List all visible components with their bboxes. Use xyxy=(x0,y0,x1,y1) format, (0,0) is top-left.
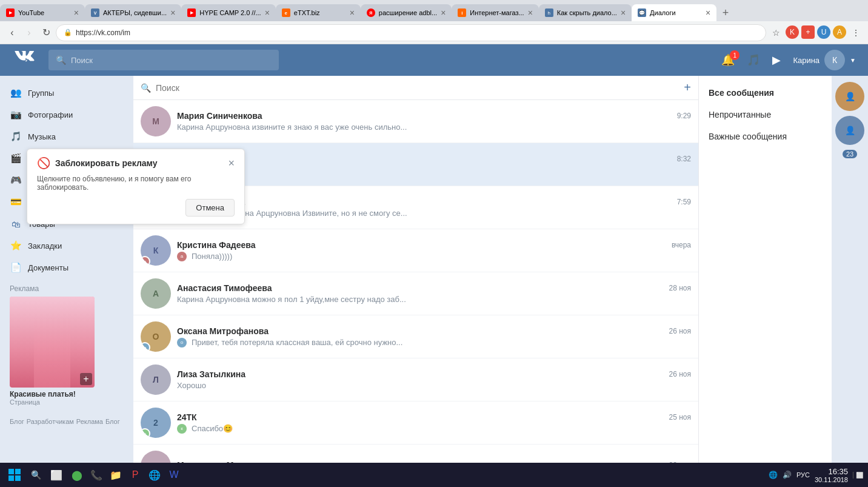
music-nav-icon: 🎵 xyxy=(10,130,22,143)
browser-controls: ‹ › ↻ 🔒 https://vk.com/im ☆ K + U A ⋮ xyxy=(0,21,868,44)
tab-hide-close-icon[interactable]: × xyxy=(621,8,626,18)
messages-search-bar[interactable]: 🔍 + xyxy=(133,76,698,100)
taskbar-search-icon[interactable]: 🔍 xyxy=(27,466,45,484)
user-profile-icon[interactable]: U xyxy=(817,25,830,39)
conversation-9[interactable]: М Мирослава Мантурова 23 ноя xyxy=(133,445,698,465)
new-tab-button[interactable]: + xyxy=(716,4,735,21)
right-panel-important[interactable]: Важные сообщения xyxy=(699,126,832,147)
start-button[interactable] xyxy=(5,465,24,485)
chevron-down-icon: ▼ xyxy=(850,57,856,64)
24tk-preview-icon: к xyxy=(177,424,187,434)
forward-button[interactable]: › xyxy=(22,25,36,40)
right-panel-all-messages[interactable]: Все сообщения xyxy=(699,82,832,104)
kristina-mini-avatar: а xyxy=(141,256,150,266)
back-button[interactable]: ‹ xyxy=(5,25,19,40)
footer-link-devs[interactable]: Разработчикам xyxy=(27,418,74,425)
tab-inet[interactable]: Интернет-магаз... × xyxy=(452,4,539,21)
tab-vk2[interactable]: HYPE CAMP 2.0 //... × xyxy=(181,4,275,21)
conversation-8[interactable]: 2 к 24ТК 25 ноя к Спасибо😊 xyxy=(133,401,698,445)
scroll-avatar-2[interactable]: 👤 xyxy=(835,116,864,145)
kristina-preview-icon: а xyxy=(177,252,187,261)
tab-vk1[interactable]: АКТЕРЫ, сидевши... × xyxy=(85,4,181,21)
conversation-6[interactable]: О о Оксана Митрофанова 26 ноя о Привет, … xyxy=(133,315,698,358)
vk-logo[interactable] xyxy=(12,50,36,70)
groups-icon: 👥 xyxy=(10,87,22,99)
conversation-4[interactable]: К а Кристина Фадеева вчера а Поняла))))) xyxy=(133,229,698,272)
tab-hide[interactable]: Как скрыть диало... × xyxy=(539,4,632,21)
scroll-avatar-1[interactable]: 👤 xyxy=(835,82,864,111)
tab-vk2-close-icon[interactable]: × xyxy=(265,8,270,18)
taskbar-chrome-icon[interactable]: ⬤ xyxy=(68,466,86,484)
sidebar-item-docs[interactable]: 📄 Документы xyxy=(0,257,133,278)
left-sidebar: 👥 Группы 📷 Фотографии 🎵 Музыка 🎬 Видео 🎮… xyxy=(0,76,133,487)
avatar-kristina: К а xyxy=(141,235,171,266)
menu-icon[interactable]: ⋮ xyxy=(849,25,863,40)
star-icon[interactable]: ☆ xyxy=(769,25,783,40)
sidebar-item-photos[interactable]: 📷 Фотографии xyxy=(0,104,133,126)
notification-bell-icon[interactable]: 🔔 1 xyxy=(721,53,735,67)
account-icon[interactable]: A xyxy=(833,25,846,39)
tab-youtube-close-icon[interactable]: × xyxy=(74,8,79,18)
play-icon[interactable]: ▶ xyxy=(772,53,781,67)
conversation-7[interactable]: Л Лиза Затылкина 26 ноя Хорошо xyxy=(133,358,698,401)
footer-links: Блог Разработчикам Реклама Блог xyxy=(0,412,133,431)
sidebar-photos-label: Фотографии xyxy=(28,110,73,119)
svg-rect-1 xyxy=(15,469,21,474)
ad-title[interactable]: Красивые платья! xyxy=(10,390,124,398)
right-panel-unread[interactable]: Непрочитанные xyxy=(699,104,832,126)
sidebar-item-bookmarks[interactable]: ⭐ Закладки xyxy=(0,235,133,257)
tab-dialogs-close-icon[interactable]: × xyxy=(706,8,710,18)
address-bar[interactable]: 🔒 https://vk.com/im xyxy=(56,24,766,41)
tab-youtube[interactable]: YouTube × xyxy=(0,4,85,21)
ad-image[interactable]: + xyxy=(10,297,95,388)
conversation-5[interactable]: А Анастасия Тимофеева 28 ноя Карина Арцр… xyxy=(133,272,698,315)
bookmarks-icon: ⭐ xyxy=(10,240,22,252)
ad-block-popup: 🚫 Заблокировать рекламу × Щелкните по об… xyxy=(27,149,245,224)
tab-vk1-title: АКТЕРЫ, сидевши... xyxy=(103,9,167,16)
reload-button[interactable]: ↻ xyxy=(39,25,53,40)
tab-inet-close-icon[interactable]: × xyxy=(528,8,533,18)
profile-icon[interactable]: K xyxy=(786,25,799,39)
taskbar-task-view-icon[interactable]: ⬜ xyxy=(47,466,65,484)
taskbar-word-icon[interactable]: W xyxy=(165,466,183,484)
vkpay-icon: 💳 xyxy=(10,196,22,208)
tab-etxt-close-icon[interactable]: × xyxy=(350,8,355,18)
taskbar-phone-icon[interactable]: 📞 xyxy=(87,466,105,484)
taskbar-network-icon[interactable]: 🌐 xyxy=(769,471,778,479)
avatar-anastasia: А xyxy=(141,278,171,309)
oksana-preview-icon: о xyxy=(177,338,187,348)
music-icon[interactable]: 🎵 xyxy=(747,53,760,67)
messages-add-button[interactable]: + xyxy=(684,81,691,95)
extension-icon[interactable]: + xyxy=(801,25,815,39)
tab-etxt[interactable]: eTXT.biz × xyxy=(276,4,361,21)
conv-time-6: 26 ноя xyxy=(669,327,691,335)
messages-search-input[interactable] xyxy=(156,83,679,93)
taskbar-show-desktop-icon[interactable]: ⬜ xyxy=(853,472,863,479)
taskbar-folder-icon[interactable]: 📁 xyxy=(107,466,125,484)
ad-expand-icon[interactable]: + xyxy=(80,373,92,385)
ad-block-close-icon[interactable]: × xyxy=(228,157,235,170)
taskbar-date-display: 30.11.2018 xyxy=(815,476,848,483)
tab-dialogs[interactable]: Диалоги × xyxy=(632,4,716,21)
oksana-mini-avatar: о xyxy=(141,342,150,352)
taskbar-speaker-icon[interactable]: 🔊 xyxy=(783,471,792,479)
tab-ya-close-icon[interactable]: × xyxy=(441,8,446,18)
tab-ya[interactable]: расширение adbl... × xyxy=(361,4,452,21)
footer-link-blog2[interactable]: Блог xyxy=(105,418,120,425)
vk-search-bar[interactable]: 🔍 xyxy=(48,50,279,70)
taskbar-browser-icon[interactable]: 🌐 xyxy=(145,466,164,484)
taskbar-powerpoint-icon[interactable]: P xyxy=(126,466,144,484)
sidebar-item-music[interactable]: 🎵 Музыка xyxy=(0,126,133,147)
footer-link-blog[interactable]: Блог xyxy=(10,418,24,425)
tab-vk1-close-icon[interactable]: × xyxy=(170,8,175,18)
sidebar-item-groups[interactable]: 👥 Группы xyxy=(0,82,133,104)
user-profile-menu[interactable]: Карина К ▼ xyxy=(793,50,856,70)
tab-bar: YouTube × АКТЕРЫ, сидевши... × HYPE CAMP… xyxy=(0,0,868,21)
conversation-1[interactable]: М Мария Синиченкова 9:29 Карина Арцрунов… xyxy=(133,100,698,143)
conv-name-6: Оксана Митрофанова xyxy=(177,326,269,336)
lock-icon: 🔒 xyxy=(64,29,72,36)
ad-block-cancel-button[interactable]: Отмена xyxy=(185,199,235,217)
footer-link-ad[interactable]: Реклама xyxy=(76,418,103,425)
svg-rect-3 xyxy=(15,475,21,481)
vk-search-input[interactable] xyxy=(71,56,272,65)
